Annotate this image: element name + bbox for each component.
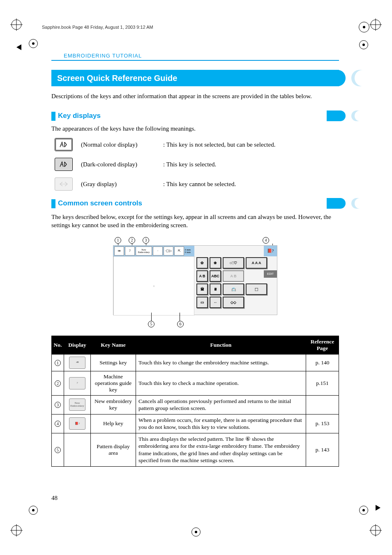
palette-btn: ◇◇: [223, 297, 244, 308]
key-meaning: : This key is selected.: [163, 161, 216, 168]
callout-5: 5: [148, 321, 154, 327]
size-icon: ⇱: [174, 246, 184, 256]
key-row-dark: (Dark-colored display) : This key is sel…: [55, 158, 339, 171]
th-function: Function: [136, 336, 306, 354]
edit-badge: EDIT: [264, 270, 277, 278]
row-ref: p. 140: [306, 354, 339, 371]
palette-btn: ✿: [196, 257, 208, 269]
row-display: ≔: [64, 354, 91, 371]
crosshair-icon: +: [153, 283, 155, 288]
key-row-gray: (Gray display) : This key cannot be sele…: [55, 177, 339, 191]
nav-icon: ·: [153, 246, 163, 256]
section-divider: [51, 60, 339, 61]
row-display: New Embroidery: [64, 395, 91, 414]
row-display: ?: [64, 371, 91, 395]
row-function: Touch this key to change the embroidery …: [136, 354, 306, 371]
row-ref: p.151: [306, 371, 339, 395]
row-display: 📕?: [64, 414, 91, 433]
row-ref: [306, 395, 339, 414]
palette-btn: ABC: [210, 270, 221, 282]
row-ref: p. 143: [306, 433, 339, 466]
palette-btn-disabled: A B: [223, 270, 244, 282]
key-displays-heading: Key displays: [51, 110, 339, 122]
row-no: 3: [52, 395, 64, 414]
registration-mark: [359, 22, 369, 32]
callout-1: 1: [115, 237, 121, 244]
palette-btn: 🏛: [196, 283, 208, 295]
new-embroidery-icon: New Embroidery: [136, 246, 152, 256]
table-row: 3 New Embroidery New embroidery key Canc…: [52, 395, 339, 414]
guide-icon: ?: [125, 246, 135, 256]
callout-3: 3: [143, 237, 149, 244]
crop-mark-bl: [10, 524, 23, 537]
row-no: 4: [52, 414, 64, 433]
key-meaning: : This key cannot be selected.: [163, 181, 236, 188]
key-label: (Normal color display): [81, 141, 155, 148]
row-no: 5: [52, 433, 64, 466]
th-keyname: Key Name: [91, 336, 136, 354]
registration-mark: [29, 39, 38, 48]
banner-title: Screen Quick Reference Guide: [57, 74, 177, 83]
banner-decoration: [327, 70, 364, 86]
leader-line: [151, 313, 152, 321]
table-row: 5 Pattern display area This area display…: [52, 433, 339, 466]
row-keyname: Pattern display area: [91, 433, 136, 466]
diagram-toolbar: ≔ ? New Embroidery · ·▢▷ ⇱ 0 mm0 mm: [113, 246, 194, 256]
section-header: EMBROIDERING TUTORIAL: [64, 53, 339, 59]
registration-mark: [29, 506, 38, 515]
row-keyname: Machine operations guide key: [91, 371, 136, 395]
row-function: When a problem occurs, for example, ther…: [136, 414, 306, 433]
pattern-canvas: +: [113, 256, 194, 315]
row-keyname: Settings key: [91, 354, 136, 371]
page-number: 48: [51, 495, 58, 502]
callout-2: 2: [129, 237, 135, 244]
intro-text: Descriptions of the keys and other infor…: [51, 93, 339, 100]
arrow-icon: [16, 44, 21, 50]
key-icon-gray: [55, 177, 73, 191]
palette-btn: A A A: [246, 257, 267, 269]
th-no: No.: [52, 336, 64, 354]
table-row: 2 ? Machine operations guide key Touch t…: [52, 371, 339, 395]
arrow-icon: [376, 505, 380, 511]
registration-mark: [359, 40, 368, 49]
key-label: (Dark-colored display): [81, 161, 155, 168]
row-display: [64, 433, 91, 466]
palette-btn: ▭: [196, 297, 208, 308]
nav-icon: ·▢▷: [164, 246, 173, 256]
row-function: Cancels all operations previously perfor…: [136, 395, 306, 414]
screen-diagram: 1 2 3 4 ≔ ? New Embroidery · ·▢▷ ⇱ 0 mm0…: [113, 237, 277, 327]
palette-btn: A B: [196, 270, 208, 282]
callout-6: 6: [177, 321, 184, 327]
row-keyname: Help key: [91, 414, 136, 433]
th-display: Display: [64, 336, 91, 354]
main-banner: Screen Quick Reference Guide: [51, 70, 339, 86]
row-ref: p. 153: [306, 414, 339, 433]
crop-mark-tl: [10, 18, 23, 31]
callout-4: 4: [263, 237, 269, 244]
sub-title: Key displays: [58, 112, 101, 120]
row-no: 1: [52, 354, 64, 371]
key-row-normal: (Normal color display) : This key is not…: [55, 138, 339, 151]
table-row: 4 📕? Help key When a problem occurs, for…: [52, 414, 339, 433]
reference-table: No. Display Key Name Function Reference …: [51, 336, 339, 467]
leader-line: [180, 313, 180, 321]
settings-icon: ≔: [114, 246, 124, 256]
row-function: This area displays the selected pattern.…: [136, 433, 306, 466]
row-no: 2: [52, 371, 64, 395]
th-ref: Reference Page: [306, 336, 339, 354]
palette-btn: 🖥: [210, 283, 221, 295]
registration-mark: [359, 506, 368, 515]
registration-mark: [191, 527, 201, 537]
key-meaning: : This key is not selected, but can be s…: [163, 141, 275, 148]
mm-readout: 0 mm0 mm: [185, 249, 191, 253]
crop-mark-tr: [369, 18, 382, 31]
row-function: Touch this key to check a machine operat…: [136, 371, 306, 395]
crop-mark-br: [369, 524, 382, 537]
key-icon-dark: [55, 158, 73, 171]
palette-btn: ❀: [210, 257, 221, 269]
common-controls-desc: The keys described below, except for the…: [51, 213, 339, 230]
row-keyname: New embroidery key: [91, 395, 136, 414]
palette-btn: ○□♡: [223, 257, 244, 269]
table-row: 1 ≔ Settings key Touch this key to chang…: [52, 354, 339, 371]
palette-btn: ↔: [210, 297, 221, 308]
